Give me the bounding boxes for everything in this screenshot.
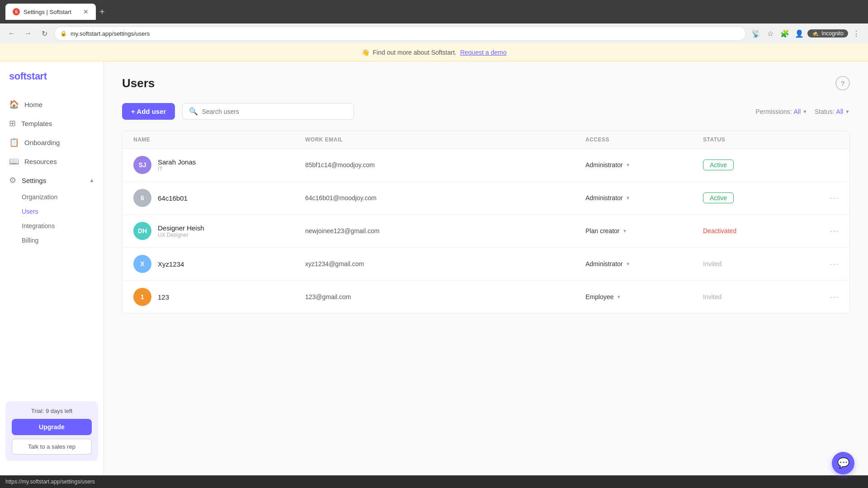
access-cell: Administrator ▼ [585, 194, 703, 202]
user-cell: X Xyz1234 [133, 255, 305, 273]
tab-close-icon[interactable]: ✕ [83, 8, 89, 15]
avatar: 1 [133, 288, 151, 306]
col-header-access: ACCESS [585, 136, 703, 143]
bookmark-icon[interactable]: ☆ [764, 27, 777, 40]
status-badge: Active [703, 160, 734, 170]
user-name: 64c16b01 [158, 194, 188, 202]
app-logo: softstart [0, 70, 104, 95]
status-cell: Deactivated [703, 227, 811, 235]
lock-icon: 🔒 [60, 30, 67, 37]
col-header-email: WORK EMAIL [305, 136, 585, 143]
status-bar: https://my.softstart.app/settings/users [0, 475, 868, 488]
home-icon: 🏠 [9, 99, 19, 109]
address-text: my.softstart.app/settings/users [71, 30, 150, 37]
sidebar-item-label-templates: Templates [21, 120, 52, 127]
row-menu-button[interactable]: ⋯ [811, 258, 839, 269]
status-cell: Active [703, 160, 811, 170]
access-cell: Administrator ▼ [585, 260, 703, 267]
onboarding-icon: 📋 [9, 137, 19, 147]
status-filter[interactable]: Status: All ▼ [815, 108, 850, 115]
col-header-name: NAME [133, 136, 305, 143]
status-chevron-icon: ▼ [845, 109, 850, 114]
col-header-status: STATUS [703, 136, 811, 143]
status-cell: Active [703, 192, 811, 203]
sidebar-item-settings[interactable]: ⚙ Settings ▲ [0, 171, 104, 190]
app-layout: softstart 🏠 Home ⊞ Templates 📋 Onboardin… [0, 61, 868, 475]
sidebar-item-onboarding[interactable]: 📋 Onboarding [0, 133, 104, 152]
table-row: 1 123 123@gmail.com Employee ▼ Invited ⋯ [123, 281, 849, 313]
user-dept: IT [158, 166, 196, 172]
sidebar-sub-item-organization[interactable]: Organization [0, 190, 104, 204]
access-cell: Plan creator ▼ [585, 227, 703, 235]
permissions-filter[interactable]: Permissions: All ▼ [755, 108, 807, 115]
back-button[interactable]: ← [5, 27, 18, 40]
cast-icon[interactable]: 📡 [750, 27, 762, 40]
row-menu-button[interactable]: ⋯ [811, 225, 839, 236]
settings-label: Settings [22, 177, 46, 184]
more-options-icon[interactable]: ⋮ [850, 27, 863, 40]
table-header: NAME WORK EMAIL ACCESS STATUS [123, 131, 849, 149]
browser-tab[interactable]: S Settings | Softstart ✕ [5, 4, 96, 20]
table-row: SJ Sarah Jonas IT 85bf1c14@moodjoy.com A… [123, 149, 849, 182]
access-text: Administrator [585, 194, 623, 202]
user-cell: SJ Sarah Jonas IT [133, 156, 305, 174]
sidebar: softstart 🏠 Home ⊞ Templates 📋 Onboardin… [0, 61, 104, 475]
avatar: SJ [133, 156, 151, 174]
sidebar-item-templates[interactable]: ⊞ Templates [0, 114, 104, 133]
toolbar: + Add user 🔍 Permissions: All ▼ Status: … [122, 103, 850, 120]
user-name: Designer Heish [158, 224, 204, 232]
sidebar-item-home[interactable]: 🏠 Home [0, 95, 104, 114]
banner-emoji: 👋 [362, 49, 369, 56]
templates-icon: ⊞ [9, 118, 16, 128]
request-demo-link[interactable]: Request a demo [460, 49, 507, 56]
search-input[interactable] [202, 108, 347, 115]
email-cell: 85bf1c14@moodjoy.com [305, 161, 585, 169]
access-chevron-icon[interactable]: ▼ [616, 294, 621, 300]
upgrade-button[interactable]: Upgrade [12, 419, 92, 435]
users-table: NAME WORK EMAIL ACCESS STATUS SJ Sarah J… [122, 131, 850, 314]
access-chevron-icon[interactable]: ▼ [625, 195, 630, 201]
avatar: DH [133, 222, 151, 240]
profile-icon[interactable]: 👤 [793, 27, 806, 40]
user-name: Sarah Jonas [158, 158, 196, 166]
banner-text: Find out more about Softstart. [373, 49, 457, 56]
sidebar-item-resources[interactable]: 📖 Resources [0, 152, 104, 171]
access-text: Plan creator [585, 227, 619, 235]
access-chevron-icon[interactable]: ▼ [625, 162, 630, 168]
search-icon: 🔍 [189, 107, 198, 116]
access-chevron-icon[interactable]: ▼ [622, 228, 627, 234]
extensions-icon[interactable]: 🧩 [778, 27, 791, 40]
new-tab-button[interactable]: + [99, 7, 105, 17]
talk-to-sales-button[interactable]: Talk to a sales rep [12, 439, 92, 455]
access-cell: Administrator ▼ [585, 161, 703, 169]
user-name: 123 [158, 293, 169, 301]
sidebar-sub-item-integrations[interactable]: Integrations [0, 219, 104, 233]
status-value: All [836, 108, 844, 115]
sidebar-sub-item-billing[interactable]: Billing [0, 233, 104, 248]
email-cell: 64c16b01@moodjoy.com [305, 194, 585, 202]
row-menu-button[interactable]: ⋯ [811, 192, 839, 203]
user-cell: 1 123 [133, 288, 305, 306]
settings-chevron-icon: ▲ [89, 177, 94, 183]
chat-bubble-button[interactable]: 💬 [832, 452, 854, 474]
status-url: https://my.softstart.app/settings/users [5, 479, 95, 485]
incognito-badge: 🕵 Incognito [807, 29, 848, 38]
tab-title: Settings | Softstart [24, 9, 71, 15]
add-user-button[interactable]: + Add user [122, 103, 175, 120]
access-chevron-icon[interactable]: ▼ [625, 261, 630, 267]
forward-button[interactable]: → [22, 27, 34, 40]
row-menu-button[interactable]: ⋯ [811, 291, 839, 302]
email-cell: newjoinee123@gmail.com [305, 227, 585, 235]
email-cell: 123@gmail.com [305, 293, 585, 300]
status-badge: Invited [703, 260, 722, 267]
avatar: X [133, 255, 151, 273]
address-bar[interactable]: 🔒 my.softstart.app/settings/users [54, 26, 746, 41]
user-cell: DH Designer Heish UX Designer [133, 222, 305, 240]
sidebar-item-label-home: Home [24, 101, 42, 108]
sidebar-sub-item-users[interactable]: Users [0, 204, 104, 219]
status-label: Status: [815, 108, 835, 115]
help-icon[interactable]: ? [835, 76, 850, 90]
user-name: Xyz1234 [158, 260, 184, 268]
reload-button[interactable]: ↻ [38, 27, 51, 40]
search-box: 🔍 [182, 103, 354, 120]
